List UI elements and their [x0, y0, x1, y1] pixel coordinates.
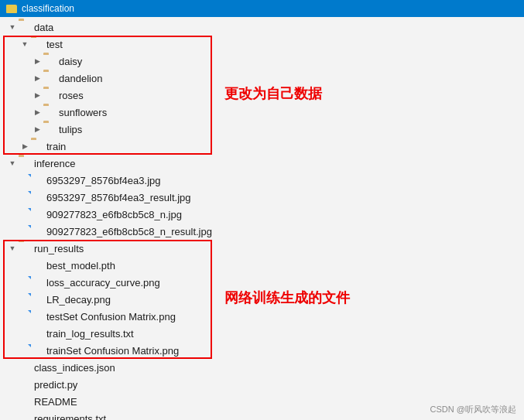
item-label-img2r: 909277823_e6fb8cb5c8_n_result.jpg [46, 226, 212, 237]
folder-icon [43, 72, 56, 84]
item-label-img1r: 6953297_8576bf4ea3_result.jpg [46, 192, 191, 203]
tree-item-tulips[interactable]: tulips [0, 121, 524, 138]
image-file-icon [31, 293, 43, 306]
item-label-run_results: run_results [34, 243, 84, 254]
text-file-icon [31, 327, 43, 340]
item-label-train_log: train_log_results.txt [46, 328, 134, 340]
tree-item-img2r[interactable]: 909277823_e6fb8cb5c8_n_result.jpg [0, 223, 524, 240]
tree-item-run_results[interactable]: run_results [0, 240, 524, 257]
item-label-tulips: tulips [59, 124, 82, 135]
item-label-testset_cm: testSet Confusion Matrix.png [46, 311, 176, 323]
tree-item-loss_acc[interactable]: loss_accuracy_curve.png [0, 274, 524, 291]
tree-item-train_log[interactable]: train_log_results.txt [0, 325, 524, 342]
item-label-requirements: requirements.txt [34, 413, 106, 421]
tree-item-dandelion[interactable]: dandelion [0, 70, 524, 87]
tree-item-best_model[interactable]: best_model.pth [0, 257, 524, 274]
text-file-icon [19, 412, 31, 420]
arrow-roses[interactable] [31, 89, 43, 101]
folder-icon [19, 242, 31, 254]
item-label-class_indices: class_indices.json [34, 362, 115, 374]
folder-icon [31, 140, 43, 152]
folder-icon [19, 21, 31, 33]
title-bar: classification [0, 0, 524, 17]
item-label-loss_acc: loss_accuracy_curve.png [46, 277, 160, 289]
image-file-icon [31, 310, 43, 323]
tree-item-testset_cm[interactable]: testSet Confusion Matrix.png [0, 308, 524, 325]
arrow-sunflowers[interactable] [31, 106, 43, 118]
image-file-icon [31, 344, 43, 357]
tree-item-requirements[interactable]: requirements.txt [0, 410, 524, 420]
tree-item-readme[interactable]: README [0, 393, 524, 410]
tree-container: datatestdaisydandelionrosessunflowerstul… [0, 17, 524, 420]
image-file-icon [31, 276, 43, 289]
item-label-img2: 909277823_e6fb8cb5c8_n.jpg [46, 209, 182, 220]
arrow-train[interactable] [19, 140, 31, 152]
item-label-sunflowers: sunflowers [59, 107, 107, 118]
python-file-icon [19, 378, 31, 391]
image-file-icon [31, 191, 43, 203]
arrow-inference[interactable] [6, 157, 19, 169]
item-label-readme: README [34, 396, 77, 408]
item-label-inference: inference [34, 158, 75, 169]
folder-icon [43, 106, 56, 118]
folder-icon [43, 89, 56, 101]
tree-item-train[interactable]: train [0, 138, 524, 155]
folder-icon [19, 157, 31, 169]
item-label-trainset_cm: trainSet Confusion Matrix.png [46, 345, 179, 357]
arrow-dandelion[interactable] [31, 72, 43, 84]
arrow-run_results[interactable] [6, 242, 19, 254]
arrow-tulips[interactable] [31, 123, 43, 135]
tree-item-roses[interactable]: roses [0, 87, 524, 104]
item-label-best_model: best_model.pth [46, 260, 115, 271]
arrow-daisy[interactable] [31, 55, 43, 67]
arrow-data[interactable] [6, 21, 19, 33]
tree-item-lr_decay[interactable]: LR_decay.png [0, 291, 524, 308]
tree-item-sunflowers[interactable]: sunflowers [0, 104, 524, 121]
tree-item-data[interactable]: data [0, 19, 524, 36]
item-label-lr_decay: LR_decay.png [46, 294, 111, 306]
image-file-icon [31, 208, 43, 220]
folder-icon [43, 123, 56, 135]
json-file-icon [19, 361, 31, 374]
item-label-train: train [46, 141, 66, 152]
tree-item-img2[interactable]: 909277823_e6fb8cb5c8_n.jpg [0, 206, 524, 223]
tree-item-img1[interactable]: 6953297_8576bf4ea3.jpg [0, 172, 524, 189]
tree-item-inference[interactable]: inference [0, 155, 524, 172]
pth-file-icon [31, 259, 43, 271]
title-folder-icon [6, 5, 17, 13]
generic-file-icon [19, 395, 31, 408]
folder-icon [31, 38, 43, 50]
explorer-panel[interactable]: datatestdaisydandelionrosessunflowerstul… [0, 17, 524, 420]
item-label-test: test [46, 39, 63, 50]
arrow-test[interactable] [19, 38, 31, 50]
folder-icon [43, 55, 56, 67]
tree-item-test[interactable]: test [0, 36, 524, 53]
item-label-data: data [34, 22, 53, 33]
tree-item-trainset_cm[interactable]: trainSet Confusion Matrix.png [0, 342, 524, 359]
item-label-dandelion: dandelion [59, 73, 102, 84]
tree-item-class_indices[interactable]: class_indices.json [0, 359, 524, 376]
image-file-icon [31, 225, 43, 237]
item-label-predict_py: predict.py [34, 379, 77, 391]
tree-item-predict_py[interactable]: predict.py [0, 376, 524, 393]
image-file-icon [31, 174, 43, 186]
title-label: classification [22, 3, 74, 14]
item-label-img1: 6953297_8576bf4ea3.jpg [46, 175, 160, 186]
item-label-daisy: daisy [59, 56, 82, 67]
tree-item-daisy[interactable]: daisy [0, 53, 524, 70]
item-label-roses: roses [59, 90, 84, 101]
tree-item-img1r[interactable]: 6953297_8576bf4ea3_result.jpg [0, 189, 524, 206]
